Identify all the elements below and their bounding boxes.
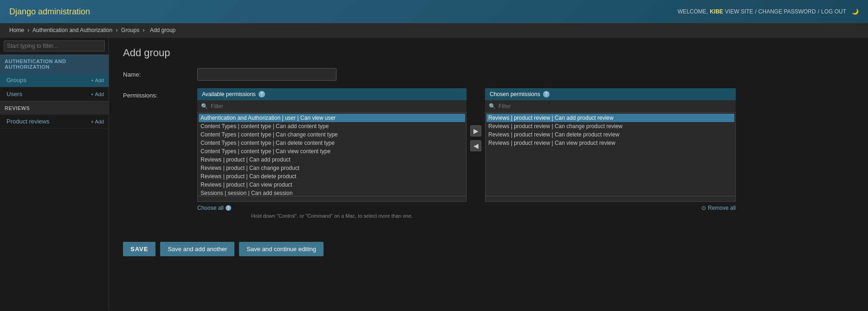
list-item[interactable]: Reviews | product review | Can change pr… [486,122,734,130]
view-site-link[interactable]: VIEW SITE [725,8,753,15]
list-item[interactable]: Sessions | session | Can add session [199,189,465,196]
choose-all-label: Choose all [197,205,224,211]
sidebar: AUTHENTICATION ANDAUTHORIZATION Groups +… [0,38,109,311]
available-filter-wrap: 🔍 [197,100,466,113]
chosen-permissions-help-icon[interactable]: ? [543,91,550,97]
chosen-permissions-list[interactable]: Reviews | product review | Can add produ… [485,113,736,196]
available-permissions-box: Available permissions ? 🔍 Authentication… [197,88,466,219]
change-password-link[interactable]: CHANGE PASSWORD [758,8,816,15]
sidebar-section-auth: AUTHENTICATION ANDAUTHORIZATION [0,55,109,73]
sidebar-filter-input[interactable] [4,40,105,52]
permissions-label: Permissions: [123,88,197,99]
submit-row: SAVE Save and add another Save and conti… [123,233,854,256]
sidebar-groups-link[interactable]: Groups [6,77,26,84]
chosen-search-icon: 🔍 [489,103,496,110]
sidebar-item-users[interactable]: Users + Add [0,87,109,101]
list-item[interactable]: Authentication and Authorization | user … [199,114,465,122]
available-search-icon: 🔍 [201,103,208,110]
choose-all-link[interactable]: Choose all ? [197,205,231,211]
sidebar-section-reviews: REVIEWS [0,101,109,115]
list-item[interactable]: Reviews | product | Can change product [199,164,465,172]
available-permissions-help-icon[interactable]: ? [259,91,265,97]
content-area: Add group Name: Permissions: Available p… [109,38,868,311]
name-input[interactable] [197,68,337,81]
available-permissions-select[interactable]: Authentication and Authorization | user … [198,113,466,196]
permissions-container: Available permissions ? 🔍 Authentication… [197,88,854,219]
theme-toggle-icon[interactable]: 🌙 [852,8,859,15]
remove-all-link[interactable]: ⊙ Remove all [701,205,736,211]
breadcrumb-current: Add group [150,27,175,33]
breadcrumb-auth[interactable]: Authentication and Authorization [32,27,112,33]
chosen-filter-wrap: 🔍 [485,100,736,113]
chosen-footer: ⊙ Remove all [485,205,736,211]
page-title: Add group [123,47,854,59]
sidebar-users-add[interactable]: + Add [91,91,104,97]
choose-all-help-icon[interactable]: ? [226,205,231,211]
sidebar-product-reviews-add[interactable]: + Add [91,119,104,124]
available-permissions-header: Available permissions ? [197,88,466,100]
available-footer: Choose all ? [197,205,466,211]
breadcrumb-groups[interactable]: Groups [121,27,139,33]
list-item[interactable]: Reviews | product | Can view product [199,181,465,189]
sidebar-item-product-reviews[interactable]: Product reviews + Add [0,115,109,129]
move-right-arrow[interactable]: ▶ [470,125,481,136]
available-permissions-title: Available permissions [202,91,256,97]
sidebar-product-reviews-link[interactable]: Product reviews [6,118,49,125]
list-item[interactable]: Content Types | content type | Can delet… [199,139,465,147]
main-container: AUTHENTICATION ANDAUTHORIZATION Groups +… [0,38,868,311]
list-item[interactable]: Reviews | product | Can add product [199,156,465,164]
sidebar-users-link[interactable]: Users [6,91,22,97]
move-left-arrow[interactable]: ◀ [470,140,481,151]
list-item[interactable]: Content Types | content type | Can chang… [199,130,465,139]
chosen-permissions-title: Chosen permissions [490,91,540,97]
site-title: Django administration [9,7,90,17]
list-item[interactable]: Content Types | content type | Can add c… [199,122,465,130]
breadcrumb-home[interactable]: Home [9,27,24,33]
remove-all-label: Remove all [708,205,736,211]
log-out-link[interactable]: LOG OUT [821,8,846,15]
list-item[interactable]: Reviews | product review | Can view prod… [486,139,734,147]
site-title-django: Django [9,7,38,16]
available-permissions-list[interactable]: Authentication and Authorization | user … [197,113,466,196]
chosen-filter-input[interactable] [499,103,732,110]
list-item[interactable]: Reviews | product review | Can add produ… [486,114,734,122]
header-user-info: WELCOME, KIBE VIEW SITE / CHANGE PASSWOR… [678,8,859,15]
save-button[interactable]: SAVE [123,242,155,256]
sidebar-item-groups[interactable]: Groups + Add [0,73,109,87]
chosen-permissions-box: Chosen permissions ? 🔍 Reviews | product… [485,88,736,211]
list-item[interactable]: Content Types | content type | Can view … [199,147,465,156]
save-and-add-another-button[interactable]: Save and add another [160,242,234,256]
sidebar-groups-add[interactable]: + Add [91,78,104,83]
list-item[interactable]: Reviews | product review | Can delete pr… [486,130,734,139]
permissions-form-row: Permissions: Available permissions ? 🔍 A… [123,88,854,219]
chosen-permissions-header: Chosen permissions ? [485,88,736,100]
save-and-continue-button[interactable]: Save and continue editing [239,242,324,256]
name-field-wrap [197,68,854,81]
sidebar-filter-wrap [0,38,109,55]
header: Django administration WELCOME, KIBE VIEW… [0,0,868,23]
help-text: Hold down "Control", or "Command" on a M… [197,213,466,219]
breadcrumb: Home › Authentication and Authorization … [0,23,868,38]
available-filter-input[interactable] [211,103,463,110]
chosen-permissions-select[interactable]: Reviews | product review | Can add produ… [486,113,735,196]
remove-all-help-icon[interactable]: ⊙ [701,205,706,211]
welcome-text: WELCOME, [678,8,708,15]
username: KIBE [710,8,723,15]
name-label: Name: [123,68,197,78]
selector-arrows: ▶ ◀ [466,125,485,151]
name-form-row: Name: [123,68,854,81]
list-item[interactable]: Reviews | product | Can delete product [199,172,465,181]
